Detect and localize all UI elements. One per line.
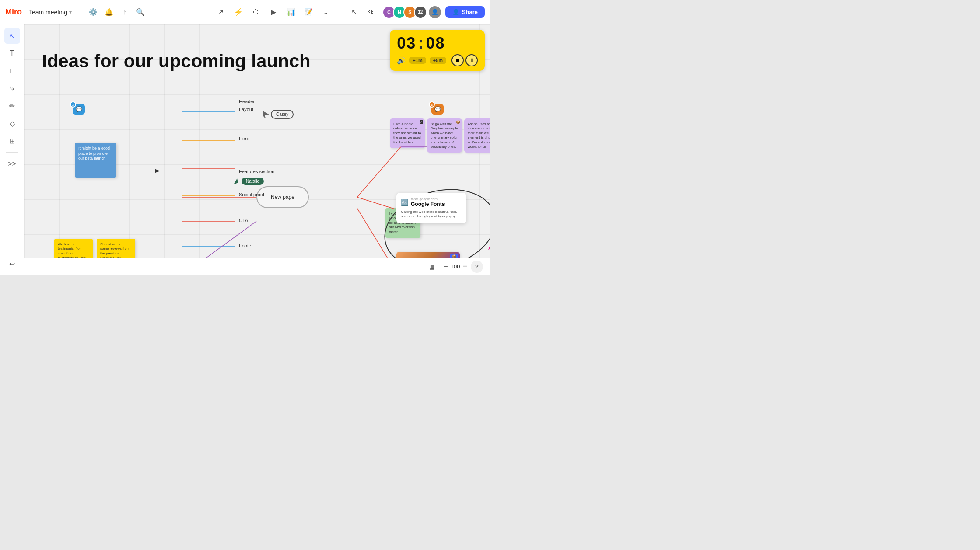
purple-card-1-text: I like Airtable colors because they are … (393, 122, 421, 144)
help-button[interactable]: ? (471, 261, 483, 273)
purple-card-2[interactable]: 📦 I'd go with the Dropbox example when w… (427, 118, 462, 153)
share-button[interactable]: 👤 Share (445, 6, 485, 18)
toolbar-divider-1 (79, 7, 79, 17)
cursor-emilio: Emilio (488, 243, 490, 251)
current-user-avatar: 👤 (428, 5, 442, 19)
branch-hero: Hero (239, 136, 249, 141)
search-icon[interactable]: 🔍 (133, 5, 147, 19)
left-sidebar: ↖ T □ ⤷ ✏ ◇ ⊞ >> ↩ (0, 24, 24, 275)
natalie-cursor-arrow (234, 178, 240, 184)
blue-sticky[interactable]: It might be a good place to promote our … (75, 143, 116, 178)
bell-icon[interactable]: 🔔 (102, 5, 116, 19)
timer-minutes: 03 (397, 34, 416, 52)
emilio-cursor-arrow (488, 244, 490, 250)
timer-sound-icon[interactable]: 🔊 (397, 56, 406, 65)
purple-card-2-text: I'd go with the Dropbox example when we … (430, 122, 458, 149)
miro-logo: Miro (5, 7, 22, 17)
canvas[interactable]: Ideas for our upcoming launch 03 : 08 🔊 … (24, 24, 490, 275)
svg-marker-20 (263, 111, 269, 118)
svg-line-8 (357, 147, 401, 197)
purple-card-3[interactable]: 📋 Asana uses really nice colors but thei… (464, 118, 490, 153)
gfonts-title-area: fonts.google.com Google Fonts (411, 197, 444, 207)
panel-toggle-button[interactable]: ▦ (424, 259, 440, 275)
tool-cursor[interactable]: ↖ (4, 28, 20, 44)
arrow-icon[interactable]: ↗ (214, 5, 228, 19)
avatar-group: C N S 12 (382, 6, 427, 19)
select-mode-icon[interactable]: ↖ (347, 5, 361, 19)
blue-sticky-text: It might be a good place to promote our … (78, 146, 110, 160)
timer-seconds: 08 (426, 34, 445, 52)
branch-social: Social proof (239, 192, 264, 197)
timer-icon[interactable]: ⏱ (249, 5, 263, 19)
present-icon[interactable]: ▶ (266, 5, 280, 19)
chat-badge-2: 3 (429, 101, 435, 108)
gfonts-card[interactable]: 🔤 fonts.google.com Google Fonts Making t… (396, 193, 466, 223)
zoom-level-text: 100 (451, 263, 460, 270)
zoom-in-button[interactable]: + (462, 262, 467, 271)
purple-card-3-text: Asana uses really nice colors but their … (468, 122, 490, 149)
branch-footer: Footer (239, 243, 253, 248)
branch-header: Header (239, 99, 255, 104)
tool-shapes[interactable]: ◇ (4, 115, 20, 131)
center-node[interactable]: New page (256, 186, 309, 208)
notes-icon[interactable]: 📝 (301, 5, 315, 19)
branch-features: Features section (239, 169, 274, 174)
timer-controls: 🔊 +1m +5m ⏹ ⏸ (397, 54, 478, 66)
share-icon: 👤 (452, 9, 459, 15)
gfonts-url: fonts.google.com (411, 197, 444, 201)
timer-widget: 03 : 08 🔊 +1m +5m ⏹ ⏸ (390, 30, 485, 71)
board-title-chevron[interactable]: ▾ (69, 9, 72, 15)
timer-pause-button[interactable]: ⏸ (466, 54, 478, 66)
timer-add5m-button[interactable]: +5m (430, 57, 446, 64)
tool-pen[interactable]: ✏ (4, 98, 20, 114)
timer-add1m-button[interactable]: +1m (409, 57, 426, 64)
upload-icon[interactable]: ↑ (118, 5, 132, 19)
vote-icon[interactable]: 📊 (284, 5, 298, 19)
lightning-icon[interactable]: ⚡ (231, 5, 245, 19)
toolbar-center-tools: ⚙️ 🔔 ↑ 🔍 (86, 5, 147, 19)
toolbar-right-area: ↗ ⚡ ⏱ ▶ 📊 📝 ⌄ ↖ 👁 C N S 12 👤 👤 Share (214, 5, 485, 19)
timer-action-buttons: ⏹ ⏸ (450, 54, 478, 66)
casey-cursor-arrow (263, 111, 269, 118)
zoom-out-button[interactable]: − (443, 262, 448, 271)
purple-card-1[interactable]: 🅰 I like Airtable colors because they ar… (390, 118, 425, 148)
zoom-controls: − 100 + (443, 262, 467, 271)
settings-icon[interactable]: ⚙️ (86, 5, 100, 19)
tool-undo[interactable]: ↩ (4, 256, 20, 272)
top-toolbar: Miro Team meeting ▾ ⚙️ 🔔 ↑ 🔍 ↗ ⚡ ⏱ ▶ 📊 📝… (0, 0, 490, 24)
cursor-natalie: Natalie (234, 178, 264, 185)
svg-marker-21 (234, 178, 238, 184)
tool-connections[interactable]: ⤷ (4, 80, 20, 96)
chat-badge-1: 3 (70, 101, 76, 108)
branch-cta: CTA (239, 218, 248, 223)
tool-sticky[interactable]: □ (4, 63, 20, 79)
canvas-title: Ideas for our upcoming launch (42, 51, 311, 72)
follow-icon[interactable]: 👁 (365, 5, 379, 19)
bottom-bar: ▦ − 100 + ? (24, 258, 490, 275)
tool-text[interactable]: T (4, 45, 20, 61)
timer-display: 03 : 08 (397, 34, 478, 52)
casey-label: Casey (271, 110, 294, 119)
timer-colon: : (418, 34, 424, 52)
svg-marker-28 (488, 244, 490, 250)
natalie-label: Natalie (242, 178, 264, 185)
cursor-casey: Casey (263, 110, 294, 119)
tool-more[interactable]: >> (4, 156, 20, 172)
board-title-text: Team meeting (29, 9, 67, 16)
toolbar-divider-2 (340, 7, 340, 17)
timer-stop-button[interactable]: ⏹ (452, 54, 464, 66)
branch-layout: Layout (239, 107, 253, 112)
sidebar-bottom: ↩ (4, 256, 20, 272)
more-tools-icon[interactable]: ⌄ (319, 5, 333, 19)
svg-line-11 (200, 221, 256, 263)
share-label: Share (462, 9, 478, 15)
gfonts-logo-icon: 🔤 (401, 199, 408, 206)
chat-icon-1[interactable]: 💬 3 (73, 104, 85, 115)
gfonts-title-text: Google Fonts (411, 201, 444, 207)
center-node-label: New page (271, 194, 294, 200)
gfonts-desc-text: Making the web more beautiful, fast, and… (401, 210, 462, 219)
board-title-area[interactable]: Team meeting ▾ (29, 9, 72, 16)
avatar-count: 12 (414, 6, 427, 19)
chat-icon-2[interactable]: 💬 3 (431, 104, 444, 115)
tool-frame[interactable]: ⊞ (4, 133, 20, 149)
